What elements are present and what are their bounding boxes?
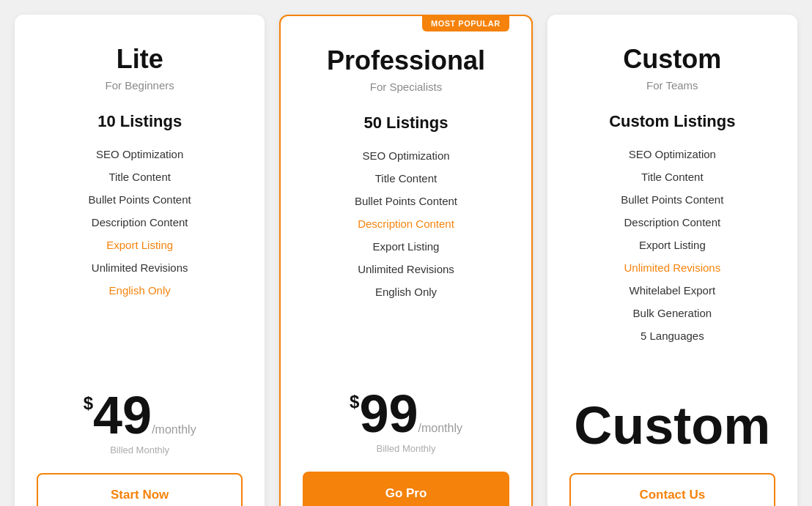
pricing-card-professional: MOST POPULARProfessionalFor Specialists5… bbox=[279, 15, 532, 506]
feature-item: SEO Optimization bbox=[303, 144, 509, 167]
plan-subtitle-professional: For Specialists bbox=[303, 81, 509, 93]
plan-listings-custom: Custom Listings bbox=[569, 112, 775, 131]
features-list-lite: SEO OptimizationTitle ContentBullet Poin… bbox=[37, 143, 243, 309]
most-popular-badge: MOST POPULAR bbox=[422, 15, 509, 31]
feature-item: Whitelabel Export bbox=[569, 279, 775, 302]
price-billing: Billed Monthly bbox=[303, 443, 509, 454]
feature-item: Bullet Points Content bbox=[37, 188, 243, 211]
price-section-lite: $ 49 /monthly Billed MonthlyStart Now bbox=[37, 389, 243, 506]
plan-listings-lite: 10 Listings bbox=[37, 112, 243, 131]
price-period: /monthly bbox=[152, 424, 196, 436]
feature-item: English Only bbox=[37, 279, 243, 302]
plan-subtitle-custom: For Teams bbox=[569, 79, 775, 92]
plan-name-professional: Professional bbox=[303, 45, 509, 76]
feature-item: Bulk Generation bbox=[569, 302, 775, 324]
feature-item: Title Content bbox=[37, 165, 243, 188]
feature-item: Description Content bbox=[303, 212, 509, 235]
plan-name-lite: Lite bbox=[37, 44, 243, 75]
features-list-professional: SEO OptimizationTitle ContentBullet Poin… bbox=[303, 144, 509, 310]
price-billing: Billed Monthly bbox=[37, 444, 243, 455]
feature-item: Unlimited Revisions bbox=[303, 258, 509, 280]
feature-item: Export Listing bbox=[37, 234, 243, 256]
feature-item: Bullet Points Content bbox=[303, 190, 509, 212]
pricing-card-custom: CustomFor TeamsCustom ListingsSEO Optimi… bbox=[547, 15, 797, 506]
feature-item: Title Content bbox=[569, 165, 775, 188]
plan-listings-professional: 50 Listings bbox=[303, 114, 509, 133]
cta-button-professional[interactable]: Go Pro bbox=[303, 472, 509, 506]
feature-item: English Only bbox=[303, 280, 509, 303]
feature-item: Description Content bbox=[37, 211, 243, 234]
feature-item: SEO Optimization bbox=[37, 143, 243, 165]
pricing-container: LiteFor Beginners10 ListingsSEO Optimiza… bbox=[15, 15, 797, 506]
price-section-custom: CustomContact Us bbox=[569, 381, 775, 506]
cta-button-lite[interactable]: Start Now bbox=[37, 473, 243, 506]
feature-item: Export Listing bbox=[569, 234, 775, 256]
feature-item: Export Listing bbox=[303, 235, 509, 258]
feature-item: SEO Optimization bbox=[569, 143, 775, 165]
pricing-card-lite: LiteFor Beginners10 ListingsSEO Optimiza… bbox=[15, 15, 265, 506]
price-display: $ 49 /monthly bbox=[37, 389, 243, 442]
price-amount: 99 bbox=[359, 387, 418, 440]
price-dollar: $ bbox=[84, 395, 93, 412]
cta-button-custom[interactable]: Contact Us bbox=[569, 473, 775, 506]
feature-item: Bullet Points Content bbox=[569, 188, 775, 211]
feature-item: Title Content bbox=[303, 167, 509, 190]
feature-item: Unlimited Revisions bbox=[569, 256, 775, 279]
feature-item: 5 Languages bbox=[569, 324, 775, 347]
price-period: /monthly bbox=[418, 423, 462, 434]
feature-item: Description Content bbox=[569, 211, 775, 234]
plan-name-custom: Custom bbox=[569, 44, 775, 75]
price-dollar: $ bbox=[350, 393, 359, 411]
feature-item: Unlimited Revisions bbox=[37, 256, 243, 279]
price-section-professional: $ 99 /monthly Billed MonthlyGo Pro bbox=[303, 387, 509, 506]
plan-subtitle-lite: For Beginners bbox=[37, 79, 243, 92]
price-display: $ 99 /monthly bbox=[303, 387, 509, 440]
price-custom: Custom bbox=[569, 395, 775, 455]
price-amount: 49 bbox=[93, 389, 152, 442]
features-list-custom: SEO OptimizationTitle ContentBullet Poin… bbox=[569, 143, 775, 354]
